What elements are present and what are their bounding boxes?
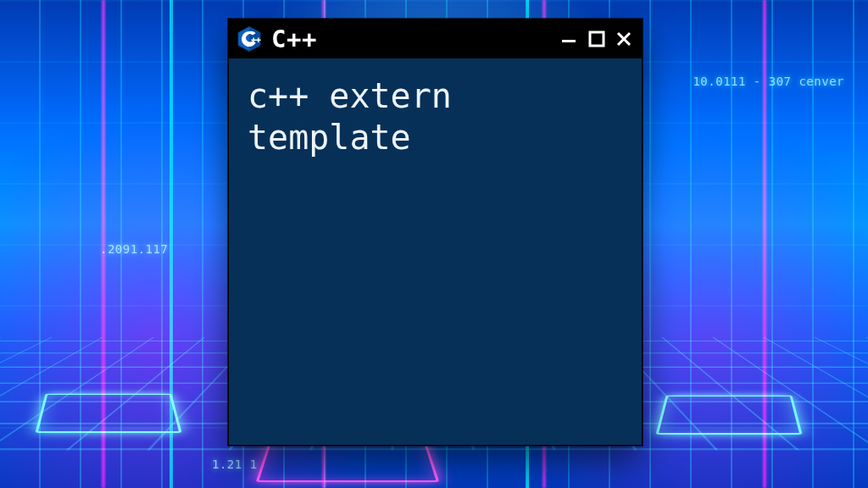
bg-floor-tile — [655, 396, 802, 435]
window-controls — [560, 30, 633, 48]
bg-floor-tile — [35, 394, 181, 433]
svg-rect-3 — [252, 40, 257, 42]
background-stage: 10.0111 - 307 cenver .2091.117 1.21 1 — [0, 0, 868, 488]
titlebar[interactable]: C++ — [229, 19, 642, 58]
maximize-button[interactable] — [587, 30, 606, 48]
terminal-window: C++ — [228, 19, 643, 446]
minimize-button[interactable] — [560, 30, 579, 48]
bg-decorative-text: .2091.117 — [100, 242, 168, 256]
window-title: C++ — [271, 25, 317, 53]
svg-rect-6 — [562, 40, 576, 42]
bg-decorative-text: 1.21 1 — [212, 458, 258, 471]
close-button[interactable] — [615, 30, 633, 48]
bg-decorative-text: 10.0111 - 307 cenver — [693, 75, 844, 88]
cpp-logo-icon — [236, 25, 263, 53]
bg-floor-tile — [256, 443, 440, 482]
svg-rect-7 — [590, 32, 604, 46]
terminal-content: c++ extern template — [229, 58, 642, 445]
svg-rect-5 — [256, 40, 261, 42]
